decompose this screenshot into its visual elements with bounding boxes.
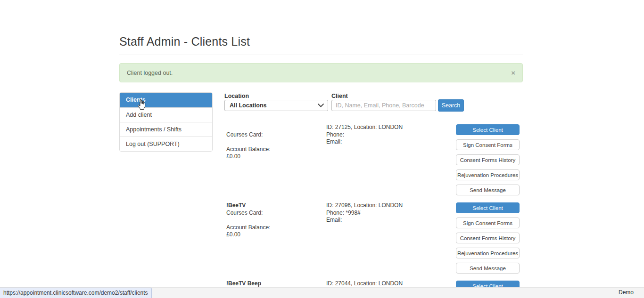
location-label: Location [224, 93, 249, 99]
courses-card-label: Courses Card: [226, 209, 325, 217]
rejuvenation-procedures-button[interactable]: Rejuvenation Procedures [456, 248, 520, 258]
location-select[interactable]: All Locations [224, 100, 328, 111]
courses-card-label: Courses Card: [226, 131, 325, 139]
client-id-location: ID: 27096, Location: LONDON [326, 202, 458, 209]
client-contact-column: ID: 27125, Location: LONDON Phone: Email… [326, 124, 458, 146]
select-client-button[interactable]: Select Client [456, 202, 520, 213]
client-row: !BeeTV Courses Card: Account Balance: £0… [119, 202, 523, 280]
client-name: !BeeTV [226, 202, 325, 209]
client-actions-column: Select Client Sign Consent Forms Consent… [456, 202, 520, 278]
client-contact-column: ID: 27096, Location: LONDON Phone: *998#… [326, 202, 458, 224]
account-balance-value: £0.00 [226, 153, 325, 161]
alert-client-logged-out: Client logged out. × [119, 63, 523, 82]
close-icon[interactable]: × [511, 69, 515, 76]
client-search-input[interactable] [331, 100, 436, 111]
sign-consent-forms-button[interactable]: Sign Consent Forms [456, 139, 520, 150]
consent-forms-history-button[interactable]: Consent Forms History [456, 233, 520, 243]
consent-forms-history-button[interactable]: Consent Forms History [456, 154, 520, 165]
client-email: Email: [326, 217, 458, 224]
client-info-column: Courses Card: Account Balance: £0.00 [226, 124, 325, 161]
client-phone: Phone: *998# [326, 209, 458, 217]
location-select-value: All Locations [230, 102, 266, 109]
client-name [226, 124, 325, 131]
client-email: Email: [326, 138, 458, 146]
alert-message: Client logged out. [127, 70, 173, 76]
page-title: Staff Admin - Clients List [119, 35, 250, 48]
client-id-location: ID: 27044, Location: LONDON [326, 280, 458, 288]
courses-card-value [226, 138, 325, 146]
courses-card-value [226, 217, 325, 224]
account-balance-value: £0.00 [226, 231, 325, 239]
client-label: Client [331, 93, 348, 99]
account-balance-label: Account Balance: [226, 146, 325, 153]
sign-consent-forms-button[interactable]: Sign Consent Forms [456, 217, 520, 228]
client-row: Courses Card: Account Balance: £0.00 ID:… [119, 124, 523, 202]
client-info-column: !BeeTV Courses Card: Account Balance: £0… [226, 202, 325, 239]
search-button[interactable]: Search [438, 99, 464, 112]
client-id-location: ID: 27125, Location: LONDON [326, 124, 458, 131]
client-info-column: !BeeTV Beep [226, 280, 325, 288]
browser-status-url: https://appointment.clinicsoftware.com/d… [0, 288, 152, 298]
rejuvenation-procedures-button[interactable]: Rejuvenation Procedures [456, 169, 520, 180]
select-client-button[interactable]: Select Client [456, 124, 520, 135]
send-message-button[interactable]: Send Message [456, 263, 520, 274]
send-message-button[interactable]: Send Message [456, 185, 520, 195]
client-name: !BeeTV Beep [226, 280, 325, 288]
client-actions-column: Select Client Sign Consent Forms Consent… [456, 124, 520, 200]
title-divider [119, 55, 523, 55]
sidebar-item-clients[interactable]: Clients [120, 93, 212, 107]
chevron-down-icon [318, 104, 324, 107]
client-contact-column: ID: 27044, Location: LONDON [326, 280, 458, 288]
sidebar-item-add-client[interactable]: Add client [120, 107, 212, 122]
account-balance-label: Account Balance: [226, 224, 325, 232]
client-phone: Phone: [326, 131, 458, 139]
footer-demo-label: Demo [619, 289, 634, 296]
